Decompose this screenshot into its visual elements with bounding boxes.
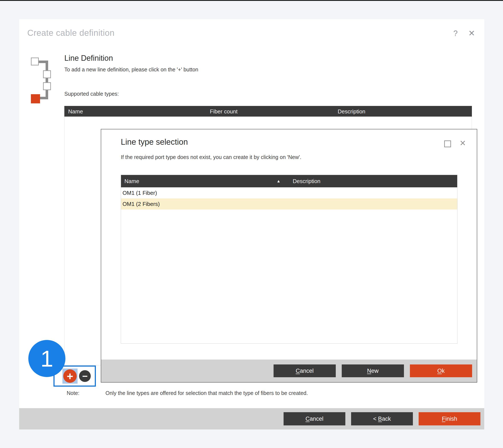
finish-label-key: F [442,416,445,422]
column-header-name[interactable]: Name [68,108,83,115]
annotation-step-number: 1 [40,345,53,372]
supported-cable-types-label: Supported cable types: [64,91,119,97]
line-type-dialog-title: Line type selection [121,137,188,147]
column-header-description[interactable]: Description [293,178,320,185]
step-connector-vertical [46,61,48,99]
finish-label-rest: inish [445,416,457,422]
add-line-button[interactable]: + [63,369,77,383]
wizard-step-indicator [31,58,51,103]
new-button[interactable]: New [342,365,404,377]
step-connector-top [38,61,48,63]
close-icon[interactable]: ✕ [459,139,466,148]
row-name: OM1 (1 Fiber) [123,190,157,196]
line-type-dialog-footer: Cancel New Ok [101,360,477,382]
column-header-fiber-count[interactable]: Fiber count [210,108,237,115]
back-button[interactable]: < Back [351,412,413,425]
cancel-label-key: C [296,368,300,374]
plus-icon: + [67,371,73,382]
step-square-1 [31,58,39,65]
back-label-prefix: < [373,416,378,422]
page-heading: Line Definition [64,54,113,63]
ok-label-rest: k [442,368,445,374]
table-row-selected[interactable]: OM1 (2 Fibers) [121,198,457,209]
annotation-step-badge: 1 [28,340,65,377]
note-label: Note: [67,390,79,396]
line-type-selection-dialog: Line type selection ✕ If the required po… [101,129,477,383]
window-top-border [0,0,503,1]
help-icon[interactable]: ? [453,29,458,38]
table-row[interactable]: OM1 (1 Fiber) [121,187,457,198]
screenshot-stage: Create cable definition ? ✕ Line Definit… [0,0,503,448]
cancel-button[interactable]: Cancel [283,412,345,425]
wizard-footer: Cancel < Back Finish [19,408,484,430]
ok-label-key: O [437,368,442,374]
cable-table-header: Name Fiber count Description [64,106,472,117]
step-square-4-active [31,94,40,103]
step-square-2 [43,70,51,78]
line-type-table: Name ▲ Description OM1 (1 Fiber) OM1 (2 … [121,175,457,344]
finish-button[interactable]: Finish [419,412,480,425]
page-instruction: To add a new line definition, please cli… [64,66,198,73]
line-type-table-header: Name ▲ Description [121,175,457,187]
maximize-icon[interactable] [444,141,451,147]
dialog-title: Create cable definition [27,28,115,38]
cancel-label-key: C [305,416,310,422]
minus-icon: − [82,371,88,381]
remove-line-button[interactable]: − [79,370,91,382]
new-label-key: N [367,368,371,374]
note-text: Only the line types are offered for sele… [106,390,308,396]
cancel-label-rest: ancel [310,416,323,422]
cancel-label-rest: ancel [300,368,314,374]
new-label-rest: ew [371,368,378,374]
cancel-button[interactable]: Cancel [274,365,336,377]
column-header-name[interactable]: Name [125,178,139,185]
close-icon[interactable]: ✕ [468,29,475,38]
back-label-rest: ack [382,416,391,422]
row-name: OM1 (2 Fibers) [123,201,160,207]
sort-ascending-icon: ▲ [277,179,281,183]
column-header-description[interactable]: Description [338,108,365,115]
back-label-key: B [378,416,382,422]
step-square-3 [43,82,51,90]
line-type-dialog-subtitle: If the required port type does not exist… [121,154,301,160]
ok-button[interactable]: Ok [410,365,472,377]
